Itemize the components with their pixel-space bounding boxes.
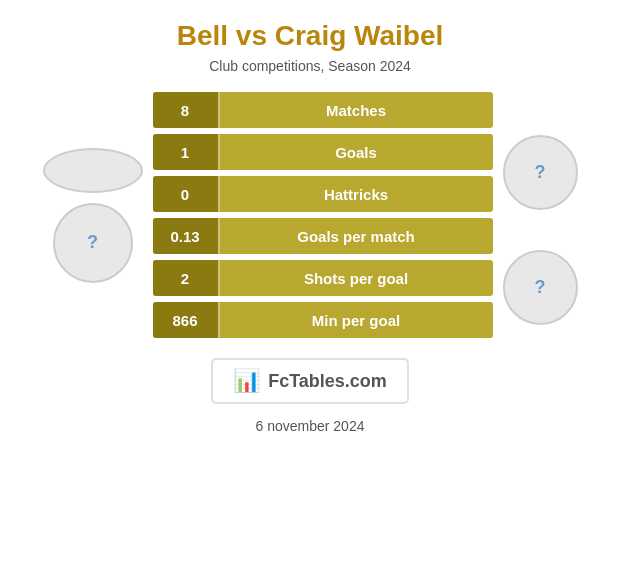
- left-avatars: ?: [43, 148, 143, 283]
- stat-value-5: 866: [153, 302, 218, 338]
- left-avatar-top: [43, 148, 143, 193]
- stat-value-2: 0: [153, 176, 218, 212]
- stat-label-3: Goals per match: [220, 228, 493, 245]
- stat-label-4: Shots per goal: [220, 270, 493, 287]
- stat-label-5: Min per goal: [220, 312, 493, 329]
- stat-row-2: 0Hattricks: [153, 176, 493, 212]
- footer-date: 6 november 2024: [256, 418, 365, 434]
- right-avatar-top: ?: [503, 135, 578, 210]
- stat-row-4: 2Shots per goal: [153, 260, 493, 296]
- subtitle: Club competitions, Season 2024: [209, 58, 411, 74]
- stat-row-5: 866Min per goal: [153, 302, 493, 338]
- right-avatar-top-icon: ?: [535, 162, 546, 183]
- right-avatars: ? ?: [503, 105, 578, 325]
- stats-table: 8Matches1Goals0Hattricks0.13Goals per ma…: [153, 92, 493, 338]
- stat-value-3: 0.13: [153, 218, 218, 254]
- stat-row-3: 0.13Goals per match: [153, 218, 493, 254]
- left-avatar-icon: ?: [87, 232, 98, 253]
- stat-value-1: 1: [153, 134, 218, 170]
- main-content: ? 8Matches1Goals0Hattricks0.13Goals per …: [0, 92, 620, 338]
- right-avatar-bottom-icon: ?: [535, 277, 546, 298]
- page-title: Bell vs Craig Waibel: [177, 20, 444, 52]
- stat-value-0: 8: [153, 92, 218, 128]
- stat-label-2: Hattricks: [220, 186, 493, 203]
- stat-label-0: Matches: [220, 102, 493, 119]
- stat-value-4: 2: [153, 260, 218, 296]
- logo-icon: 📊: [233, 368, 260, 394]
- logo-text: FcTables.com: [268, 371, 387, 392]
- stat-row-0: 8Matches: [153, 92, 493, 128]
- stat-label-1: Goals: [220, 144, 493, 161]
- left-avatar-main: ?: [53, 203, 133, 283]
- right-avatar-bottom: ?: [503, 250, 578, 325]
- stat-row-1: 1Goals: [153, 134, 493, 170]
- footer-logo: 📊 FcTables.com: [211, 358, 409, 404]
